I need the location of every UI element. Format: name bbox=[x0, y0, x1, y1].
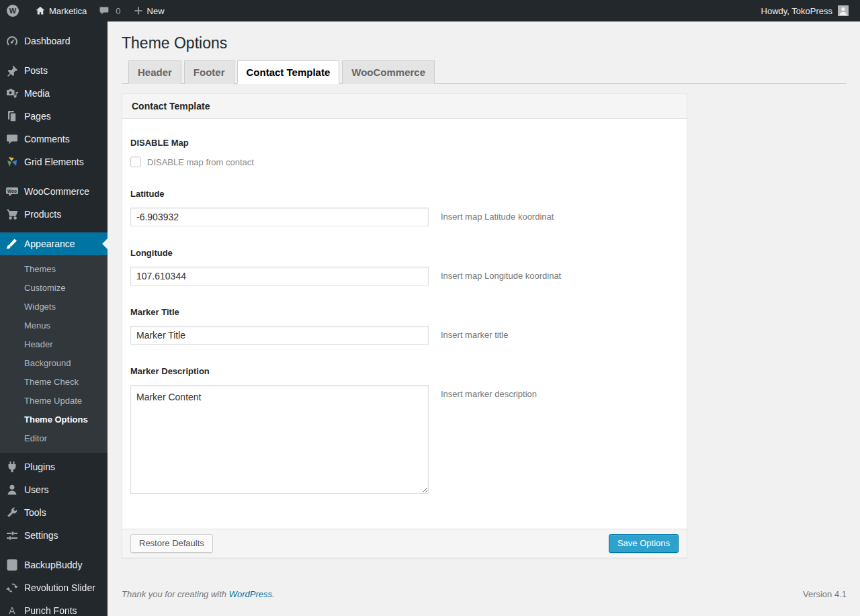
submenu-item-customize[interactable]: Customize bbox=[0, 279, 108, 298]
site-name-link[interactable]: Marketica bbox=[29, 0, 93, 21]
wrench-icon bbox=[5, 506, 19, 519]
letter-a-icon: A bbox=[5, 604, 19, 616]
sidebar-item-label: Comments bbox=[24, 134, 70, 144]
appearance-submenu: Themes Customize Widgets Menus Header Ba… bbox=[0, 255, 108, 453]
longitude-group: Longitude Insert map Longitude koordinat bbox=[130, 248, 679, 285]
sidebar-item-posts[interactable]: Posts bbox=[0, 59, 108, 82]
tab-footer[interactable]: Footer bbox=[184, 60, 234, 84]
sidebar-item-label: Plugins bbox=[24, 461, 55, 472]
sidebar-item-appearance[interactable]: Appearance bbox=[0, 232, 108, 255]
panel-body: DISABLE Map DISABLE map from contact Lat… bbox=[122, 119, 687, 529]
current-menu-arrow bbox=[97, 238, 108, 249]
admin-bar-right: Howdy, TokoPress bbox=[755, 0, 860, 21]
submenu-item-theme-options[interactable]: Theme Options bbox=[0, 410, 108, 429]
sidebar-item-users[interactable]: Users bbox=[0, 478, 108, 501]
user-avatar bbox=[838, 5, 849, 16]
sidebar-item-woocommerce[interactable]: Woo WooCommerce bbox=[0, 180, 108, 203]
sidebar-item-settings[interactable]: Settings bbox=[0, 524, 108, 547]
sidebar-item-comments[interactable]: Comments bbox=[0, 128, 108, 150]
sidebar-item-plugins[interactable]: Plugins bbox=[0, 455, 108, 478]
admin-menu: Dashboard Posts Media Pages Comments Gri… bbox=[0, 21, 108, 616]
sidebar-item-label: Revolution Slider bbox=[24, 582, 95, 593]
my-account-menu[interactable]: Howdy, TokoPress bbox=[755, 0, 855, 21]
admin-bar-left: W Marketica 0 New bbox=[0, 0, 171, 21]
latitude-label: Latitude bbox=[130, 189, 679, 199]
page-footer: Thank you for creating with WordPress. V… bbox=[108, 558, 860, 610]
sidebar-item-products[interactable]: Products bbox=[0, 203, 108, 226]
marker-description-textarea[interactable]: Marker Content bbox=[130, 385, 429, 494]
wordpress-logo-menu[interactable]: W bbox=[0, 0, 29, 21]
marker-title-row: Insert marker title bbox=[130, 326, 679, 345]
sidebar-item-dashboard[interactable]: Dashboard bbox=[0, 30, 108, 52]
sidebar-item-label: Punch Fonts bbox=[24, 605, 77, 616]
marker-title-input[interactable] bbox=[130, 326, 429, 345]
sidebar-item-label: Pages bbox=[24, 111, 51, 122]
tab-woocommerce[interactable]: WooCommerce bbox=[342, 60, 435, 84]
new-content-menu[interactable]: New bbox=[127, 0, 171, 21]
sidebar-item-label: WooCommerce bbox=[24, 186, 89, 197]
submenu-item-editor[interactable]: Editor bbox=[0, 429, 108, 448]
grid-elements-color-icon bbox=[5, 155, 19, 169]
latitude-group: Latitude Insert map Latitude koordinat bbox=[130, 189, 679, 226]
disable-map-group: DISABLE Map DISABLE map from contact bbox=[130, 138, 679, 167]
paintbrush-icon bbox=[5, 237, 19, 251]
sidebar-item-label: Users bbox=[24, 484, 49, 495]
marker-description-group: Marker Description Marker Content Insert… bbox=[130, 366, 679, 494]
submenu-item-menus[interactable]: Menus bbox=[0, 316, 108, 335]
restore-defaults-button[interactable]: Restore Defaults bbox=[130, 534, 213, 553]
main-content: Theme Options Header Footer Contact Temp… bbox=[108, 0, 860, 616]
sidebar-item-media[interactable]: Media bbox=[0, 82, 108, 105]
backup-drive-icon bbox=[5, 558, 19, 572]
home-icon bbox=[35, 5, 46, 16]
comment-count: 0 bbox=[116, 6, 120, 16]
site-name: Marketica bbox=[49, 6, 87, 16]
longitude-label: Longitude bbox=[130, 248, 679, 258]
sidebar-item-punch-fonts[interactable]: A Punch Fonts bbox=[0, 599, 108, 616]
contact-template-panel: Contact Template DISABLE Map DISABLE map… bbox=[122, 93, 687, 558]
sidebar-item-label: BackupBuddy bbox=[24, 560, 82, 570]
menu-separator bbox=[0, 173, 108, 180]
submenu-item-theme-update[interactable]: Theme Update bbox=[0, 392, 108, 410]
save-options-button[interactable]: Save Options bbox=[609, 534, 679, 553]
submenu-item-background[interactable]: Background bbox=[0, 354, 108, 373]
plus-icon bbox=[133, 5, 144, 16]
sidebar-item-label: Settings bbox=[24, 530, 58, 541]
new-label: New bbox=[147, 6, 165, 16]
plug-icon bbox=[5, 460, 19, 474]
sidebar-item-grid-elements[interactable]: Grid Elements bbox=[0, 150, 108, 173]
menu-separator bbox=[0, 226, 108, 232]
marker-title-group: Marker Title Insert marker title bbox=[130, 307, 679, 345]
submenu-item-header[interactable]: Header bbox=[0, 335, 108, 354]
sidebar-item-tools[interactable]: Tools bbox=[0, 501, 108, 524]
thanks-prefix: Thank you for creating with bbox=[122, 589, 229, 599]
woocommerce-badge-icon: Woo bbox=[5, 185, 19, 198]
comment-bubble-icon bbox=[5, 132, 19, 146]
sidebar-item-label: Grid Elements bbox=[24, 157, 84, 167]
marker-description-hint: Insert marker description bbox=[441, 385, 537, 399]
latitude-input[interactable] bbox=[130, 208, 429, 226]
tab-contact-template[interactable]: Contact Template bbox=[237, 60, 340, 84]
comments-shortcut[interactable]: 0 bbox=[93, 0, 126, 21]
sidebar-item-pages[interactable]: Pages bbox=[0, 105, 108, 128]
footer-version: Version 4.1 bbox=[803, 589, 847, 599]
sidebar-item-label: Products bbox=[24, 209, 61, 220]
panel-footer: Restore Defaults Save Options bbox=[122, 529, 687, 558]
submenu-item-themes[interactable]: Themes bbox=[0, 260, 108, 279]
disable-map-checkbox[interactable] bbox=[130, 157, 141, 167]
longitude-input[interactable] bbox=[130, 267, 429, 285]
submenu-item-theme-check[interactable]: Theme Check bbox=[0, 373, 108, 392]
tab-row: Header Footer Contact Template WooCommer… bbox=[122, 60, 847, 84]
tab-header[interactable]: Header bbox=[128, 60, 181, 84]
submenu-item-widgets[interactable]: Widgets bbox=[0, 298, 108, 316]
sidebar-item-label: Media bbox=[24, 88, 50, 99]
cart-icon bbox=[5, 208, 19, 221]
sidebar-item-label: Dashboard bbox=[24, 36, 71, 46]
admin-bar: W Marketica 0 New Howdy, TokoPress bbox=[0, 0, 860, 21]
sidebar-item-backupbuddy[interactable]: BackupBuddy bbox=[0, 554, 108, 576]
wordpress-logo-icon: W bbox=[6, 4, 19, 17]
sidebar-item-revolution-slider[interactable]: Revolution Slider bbox=[0, 576, 108, 599]
disable-map-label: DISABLE Map bbox=[130, 138, 679, 148]
sidebar-item-label: Tools bbox=[24, 507, 46, 518]
wordpress-link[interactable]: WordPress bbox=[229, 589, 272, 599]
latitude-hint: Insert map Latitude koordinat bbox=[441, 208, 554, 222]
